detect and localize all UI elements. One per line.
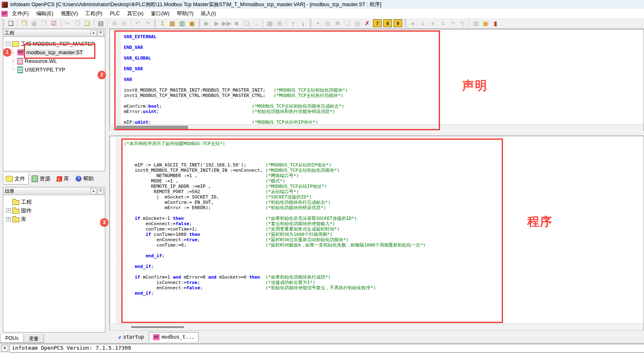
zoom-in-icon[interactable]: ⊕ (109, 19, 119, 28)
program-editor[interactable]: (*本示例程序演示了如何创建MODBUS-TCP主站*) mIP := LAN_… (109, 136, 644, 331)
rebuild-all-icon[interactable]: ▦ (167, 19, 177, 28)
menu-item-edit[interactable]: 编辑(E) (33, 9, 57, 18)
listing-icon[interactable]: ❏ (343, 19, 352, 28)
project-tree: − 工程 MODBUS_TCP_MASTER ST modbus_tcp_mas… (3, 37, 105, 74)
menu-item-help[interactable]: 帮助(?) (174, 9, 197, 18)
menu-item-file[interactable]: 文件(F) (9, 9, 32, 18)
dir-item-project[interactable]: 工程 (3, 198, 105, 206)
tab-modbus-tcp-master[interactable]: ST modbus_t... (149, 332, 198, 342)
step-out-icon[interactable]: ↰ (457, 19, 467, 28)
program-code[interactable]: (*本示例程序演示了如何创建MODBUS-TCP主站*) mIP := LAN_… (124, 141, 643, 323)
toolbar-grip[interactable] (2, 19, 4, 28)
var-page-7-icon[interactable]: 7 (373, 19, 382, 27)
output-close-button[interactable]: x (1, 345, 8, 352)
tab-pous[interactable]: POUs (0, 334, 24, 343)
print-listing-icon[interactable]: ▤ (352, 19, 362, 28)
syntax-check-icon[interactable]: ☑ (49, 19, 59, 28)
tree-item-usertype[interactable]: USERTYPE.TYP (3, 65, 105, 74)
save-icon[interactable]: ▣ (29, 19, 39, 28)
run-icon[interactable]: ▶ (202, 19, 212, 28)
collapse-expander-icon[interactable]: − (6, 42, 10, 46)
new-file-icon[interactable]: ❏ (6, 19, 16, 28)
toolbar-separator (131, 19, 131, 27)
project-panel-title: 工程 (5, 30, 90, 37)
dir-item-library[interactable]: + 库 (3, 215, 105, 224)
move-up-icon[interactable]: ↑ (288, 19, 298, 28)
menu-item-plc[interactable]: PLC (107, 10, 123, 17)
tab-variables[interactable]: 变量 (24, 334, 44, 343)
folder-icon (12, 209, 19, 214)
breakpoint-hand-icon[interactable]: ● (408, 19, 418, 28)
print-icon[interactable]: ▤ (96, 19, 106, 28)
debug-tools-icon[interactable]: ✗ (362, 19, 372, 28)
watch-grid-icon[interactable]: ⊞ (275, 19, 285, 28)
multi-step-icon[interactable]: ▶▶ (222, 19, 232, 28)
menu-item-window[interactable]: 窗口(W) (148, 9, 173, 18)
tree-item-project-root[interactable]: − 工程 MODBUS_TCP_MASTER (3, 39, 105, 48)
tab-resources[interactable]: 资源 (29, 173, 54, 185)
code-generator-icon[interactable]: ▥ (177, 19, 187, 28)
save-all-icon[interactable]: ❐ (39, 19, 49, 28)
plc-chip-icon[interactable]: ▦ (471, 19, 481, 28)
panel-collapse-button[interactable]: ▴ (90, 188, 97, 194)
menu-item-view[interactable]: 视图(V) (58, 9, 81, 18)
panel-collapse-button[interactable]: ▴ (90, 30, 97, 36)
paste-icon[interactable]: ❑ (82, 19, 92, 28)
panel-close-button[interactable]: ✕ (97, 188, 104, 194)
list-download-icon[interactable]: ⇓ (418, 19, 428, 28)
toolbar-grip[interactable] (199, 19, 200, 28)
simulation-icon[interactable]: ▣ (187, 19, 197, 28)
lock-icon[interactable]: ⊠ (323, 19, 333, 28)
tab-library[interactable]: L 库 (54, 173, 73, 185)
single-step-icon[interactable]: ▶ (212, 19, 222, 28)
var-page-9-icon[interactable]: 9 (394, 19, 402, 27)
watch-monitor-icon[interactable]: ▦ (265, 19, 275, 28)
menu-item-insert[interactable]: 插入(I) (197, 9, 219, 18)
move-down-icon[interactable]: ↓ (298, 19, 308, 28)
cut-icon[interactable]: ✂ (63, 19, 72, 28)
toolbar-grip[interactable] (405, 19, 406, 28)
var-page-8-icon[interactable]: 8 (383, 19, 392, 27)
tree-connector (11, 57, 16, 65)
connect-plc-icon[interactable]: ▣ (481, 19, 491, 28)
settings-icon[interactable]: ✱ (333, 19, 343, 28)
st-document-icon: ST (1, 11, 8, 17)
tab-help[interactable]: ? 帮助 (73, 173, 97, 185)
panel-close-button[interactable]: ✕ (97, 30, 104, 36)
scrollbar-thumb[interactable] (116, 126, 188, 130)
run-to-cursor-icon[interactable]: → (251, 19, 261, 28)
library-book-icon[interactable]: ▮ (491, 19, 500, 28)
app-logo-icon (2, 2, 8, 8)
folder-icon (12, 217, 19, 222)
scrollbar-thumb[interactable] (131, 326, 184, 328)
redo-icon[interactable]: ↷ (143, 19, 153, 28)
open-project-icon[interactable]: ❒ (19, 19, 29, 28)
expand-plus-icon[interactable]: + (6, 208, 11, 213)
dir-item-firmware[interactable]: + 固件 (3, 206, 105, 215)
pause-hand-icon[interactable]: ● (428, 19, 438, 28)
declaration-editor[interactable]: VAR_EXTERNAL END_VAR VAR_GLOBAL END_VAR … (109, 29, 644, 132)
declaration-code[interactable]: VAR_EXTERNAL END_VAR VAR_GLOBAL END_VAR … (124, 34, 643, 124)
tree-item-modbus-st[interactable]: ST modbus_tcp_master.ST (3, 48, 105, 57)
document-tab-bar: e startup ST modbus_t... (109, 330, 644, 344)
copy-icon[interactable]: ❐ (72, 19, 82, 28)
menu-item-other[interactable]: 其它(x) (124, 9, 147, 18)
cross-reference-icon[interactable]: ❏ (241, 19, 251, 28)
tree-item-resource[interactable]: Resource.WL (3, 57, 105, 65)
toolbar-grip[interactable] (310, 19, 311, 28)
login-key-icon[interactable]: ✦ (313, 19, 323, 28)
toolbar-grip[interactable] (154, 19, 156, 28)
tab-startup[interactable]: e startup (114, 332, 148, 342)
files-tab-icon (6, 176, 13, 182)
undo-icon[interactable]: ↶ (133, 19, 143, 28)
program-scrollbar[interactable] (110, 323, 644, 330)
menu-item-project[interactable]: 工程(P) (82, 9, 106, 18)
step-over-icon[interactable]: ↷ (447, 19, 457, 28)
declaration-scrollbar[interactable] (110, 124, 644, 131)
expand-plus-icon[interactable]: + (6, 217, 11, 221)
step-into-icon[interactable]: ↴ (438, 19, 447, 28)
compile-icon[interactable]: ⇩ (158, 19, 167, 28)
tab-files[interactable]: 文件 (3, 173, 29, 185)
zoom-out-icon[interactable]: ⊖ (119, 19, 129, 28)
stop-icon[interactable]: ■ (232, 19, 241, 28)
